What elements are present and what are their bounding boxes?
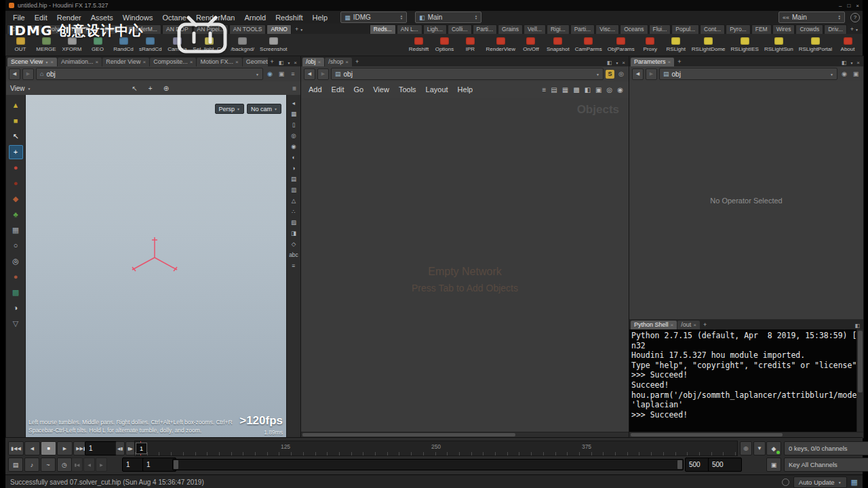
desktop-grid-icon[interactable]: ▦ bbox=[851, 478, 858, 487]
shelf-tab[interactable]: AN TOOLS bbox=[229, 24, 267, 34]
pane-tab[interactable]: Scene View × bbox=[7, 58, 57, 66]
shelf-tab[interactable]: AN L... bbox=[397, 24, 422, 34]
normals-icon[interactable]: △ bbox=[289, 196, 298, 205]
auto-update-dropdown[interactable]: Auto Update bbox=[793, 476, 847, 488]
stop-button[interactable]: ■ bbox=[41, 441, 56, 455]
shelf-tool[interactable]: RandCd bbox=[111, 37, 136, 53]
shelf-tab[interactable]: Vell... bbox=[524, 24, 546, 34]
text-display-icon[interactable]: abc bbox=[289, 250, 298, 259]
pivot-tool-icon[interactable]: ◑ bbox=[9, 301, 23, 315]
timeline-options-icon[interactable]: ▼ bbox=[753, 441, 766, 455]
new-pane-tab-button[interactable]: + bbox=[353, 58, 361, 66]
shelf-tool[interactable]: CamParms bbox=[572, 37, 605, 53]
shelf-tool[interactable]: /backgnd/ bbox=[228, 37, 257, 53]
inactive-transport-button[interactable]: ▶ bbox=[96, 458, 107, 472]
shelf-tool[interactable]: XFORM bbox=[59, 37, 85, 53]
close-button[interactable]: × bbox=[856, 3, 859, 9]
help-icon[interactable]: ? bbox=[850, 13, 860, 22]
scene-path-field[interactable]: ⌂ obj bbox=[36, 68, 263, 80]
view-menu[interactable]: View bbox=[10, 85, 31, 92]
realtime-toggle-icon[interactable]: ▤ bbox=[8, 458, 23, 472]
shelf-tool[interactable]: GEO bbox=[85, 37, 111, 53]
camera-selector[interactable]: No cam bbox=[247, 104, 281, 114]
close-tab-icon[interactable]: × bbox=[190, 59, 193, 65]
range-end-handle[interactable] bbox=[677, 460, 682, 469]
target-icon[interactable]: ◎ bbox=[616, 70, 626, 77]
grid-icon[interactable]: ▥ bbox=[289, 185, 298, 194]
parameters-path-field[interactable]: ▤ obj bbox=[659, 68, 837, 80]
back-icon[interactable]: ◀ bbox=[304, 68, 315, 80]
close-tab-icon[interactable]: × bbox=[143, 59, 146, 65]
scrub-audio-icon[interactable]: ~ bbox=[41, 458, 56, 472]
forward-icon[interactable]: ▶ bbox=[646, 68, 657, 80]
back-icon[interactable]: ◀ bbox=[9, 68, 20, 80]
pin-icon[interactable]: ▣ bbox=[851, 70, 861, 77]
spinner-arrows-icon[interactable] bbox=[838, 15, 841, 20]
next-frame-button[interactable]: ▮▶ bbox=[125, 441, 135, 455]
camera-icon[interactable]: ◉ bbox=[265, 70, 275, 77]
keys-dropdown[interactable]: 0 keys, 0/0 channels bbox=[784, 441, 868, 455]
pane-tab[interactable]: Animation... × bbox=[58, 58, 102, 66]
edit-tool-icon[interactable]: ▦ bbox=[9, 223, 23, 237]
group-icon[interactable]: ▧ bbox=[289, 218, 298, 226]
shelf-tool[interactable]: RSLightIES bbox=[728, 37, 762, 53]
prev-frame-button[interactable]: ◀▮ bbox=[115, 441, 125, 455]
shelf-tab[interactable]: Crowds bbox=[795, 24, 823, 34]
shelf-tool[interactable]: About bbox=[835, 37, 861, 53]
list-icon[interactable]: ▤ bbox=[551, 86, 557, 94]
menu-item[interactable]: Tools bbox=[394, 82, 421, 97]
pane-split-icon[interactable]: ◧ bbox=[854, 323, 860, 329]
palette-icon[interactable]: ▩ bbox=[573, 86, 579, 94]
grid-icon[interactable]: ▦ bbox=[562, 86, 568, 94]
move-cursor-icon[interactable]: + bbox=[149, 85, 153, 92]
minimize-button[interactable]: – bbox=[839, 3, 842, 9]
pane-tab[interactable]: Parameters × bbox=[631, 58, 674, 66]
scrollbar-thumb[interactable] bbox=[302, 433, 515, 436]
menu-item[interactable]: Assets bbox=[86, 12, 118, 24]
timeline-magnifier-icon[interactable]: ◎ bbox=[740, 441, 752, 455]
shelf-tab[interactable]: Pyro... bbox=[726, 24, 751, 34]
pane-menu-icon[interactable] bbox=[287, 60, 290, 66]
menu-item[interactable]: Octane bbox=[157, 12, 191, 24]
sticky-note-icon[interactable]: ▣ bbox=[595, 86, 601, 94]
shelf-tab[interactable]: RenderM... bbox=[125, 24, 161, 34]
snapshot-icon[interactable]: ◉ bbox=[617, 86, 623, 94]
shelf-tool[interactable]: ObjParams bbox=[605, 37, 637, 53]
shelf-tool[interactable]: Set_light_C... bbox=[190, 37, 228, 53]
pane-close-icon[interactable]: × bbox=[294, 60, 297, 66]
menu-item[interactable]: Layout bbox=[421, 82, 453, 97]
lock-icon[interactable]: ▯ bbox=[289, 120, 298, 129]
shelf-tab[interactable]: ARNO bbox=[267, 24, 292, 34]
pane-menu-icon[interactable] bbox=[615, 60, 618, 66]
menu-item[interactable]: Go bbox=[349, 82, 369, 97]
play-button[interactable]: ▶ bbox=[57, 441, 73, 455]
playback-range-slider[interactable] bbox=[172, 459, 684, 470]
sculpt-tool-icon[interactable]: ♣ bbox=[9, 207, 23, 222]
update-status-icon[interactable] bbox=[782, 479, 789, 486]
snap-icon[interactable]: ◎ bbox=[289, 131, 298, 140]
pane-tab[interactable]: Motion FX... × bbox=[197, 58, 241, 66]
new-pane-tab-button[interactable]: + bbox=[701, 321, 709, 329]
translate-tool-icon[interactable]: + bbox=[9, 145, 23, 159]
shelf-tool[interactable]: RSLightSun bbox=[762, 37, 796, 53]
spinner-arrows-icon[interactable] bbox=[475, 15, 477, 20]
shelf-tool[interactable]: sRandCd bbox=[136, 37, 164, 53]
shelf-tab[interactable]: Parti... bbox=[570, 24, 595, 34]
play-reverse-button[interactable]: ◀ bbox=[24, 441, 40, 455]
key-settings-icon[interactable]: ▣ bbox=[766, 458, 781, 472]
add-shelf-tab-button[interactable]: + bbox=[848, 26, 861, 34]
shelf-tab[interactable]: Game bbox=[100, 24, 124, 34]
shelf-tab[interactable]: Poly bbox=[43, 24, 63, 34]
new-pane-tab-button[interactable]: + bbox=[268, 58, 277, 66]
shelf-tool[interactable]: IPR bbox=[457, 37, 483, 53]
collapse-arrows-icon[interactable]: «« bbox=[783, 14, 789, 21]
shelf-tab[interactable]: FEM bbox=[751, 24, 772, 34]
shelf-tool[interactable]: MERGE bbox=[33, 37, 59, 53]
playhead-marker[interactable]: 1 bbox=[136, 443, 147, 454]
inactive-transport-button[interactable]: ▮◀ bbox=[71, 458, 83, 472]
shell-vscrollbar[interactable] bbox=[856, 329, 863, 432]
shelf-tool[interactable]: Screenshot bbox=[257, 37, 290, 53]
menu-item[interactable]: Arnold bbox=[239, 12, 271, 24]
select-tool-icon[interactable]: ↖ bbox=[9, 129, 23, 144]
scale-tool-icon[interactable]: ● bbox=[9, 176, 23, 190]
